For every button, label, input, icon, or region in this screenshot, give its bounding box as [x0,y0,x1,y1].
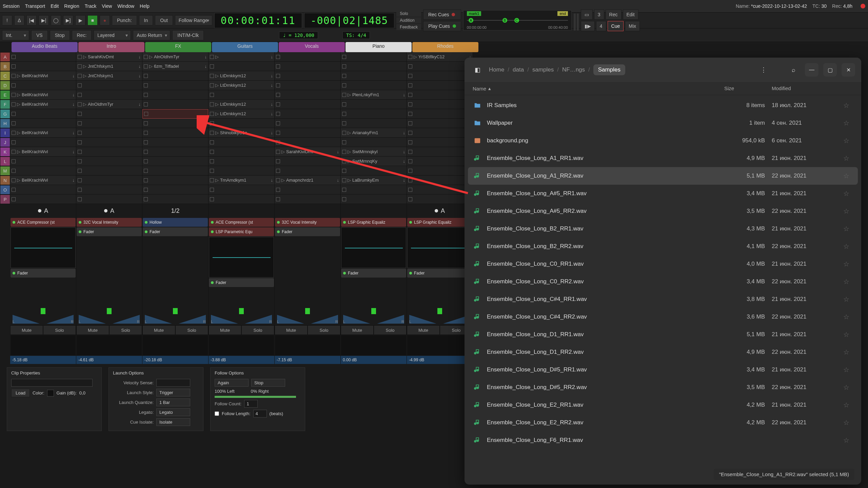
file-row[interactable]: Ensemble_Close_Long_E2_RR2.wav4,2 MB22 и… [468,414,858,431]
cue-slot-3-3[interactable]: ▷LtDrnkkym12↓ [209,81,274,90]
cue-slot-2-13[interactable] [142,176,208,185]
cue-slot-3-9[interactable] [209,138,274,147]
mute-button[interactable]: Mute [76,325,109,335]
file-row[interactable]: Ensemble_Close_Long_B2_RR2.wav4,1 MB22 и… [468,238,858,255]
cue-slot-3-2[interactable]: ▷LtDrnkkym12↓ [209,71,274,81]
mute-button[interactable]: Mute [142,325,175,335]
cue-slot-4-2[interactable] [275,71,340,81]
star-icon[interactable]: ☆ [840,154,853,162]
cue-slot-3-10[interactable] [209,147,274,157]
solo-button[interactable]: Solo [175,325,208,335]
col-modified[interactable]: Modified [772,85,840,92]
track-header-2[interactable]: FX [145,42,211,52]
fader-db[interactable]: -5.18 dB [10,356,76,364]
fader-db[interactable]: -20.18 dB [142,356,208,364]
solo-button[interactable]: Solo [308,325,340,335]
cue-slot-6-12[interactable] [407,166,473,176]
panner[interactable]: LR [11,308,76,325]
crumb-current[interactable]: Samples [593,64,625,75]
cue-slot-4-11[interactable] [275,157,340,166]
marker-end[interactable]: end [557,11,568,16]
play-range-button[interactable]: ▶] [63,15,73,25]
sidebar-toggle-icon[interactable]: ◧ [471,63,484,77]
file-row[interactable]: Ensemble_Close_Long_D#5_RR2.wav3,5 MB22 … [468,379,858,396]
cue-slot-2-10[interactable] [142,147,208,157]
cue-slot-1-2[interactable]: ▷JntChfskym1↓ [76,71,142,81]
cue-row-M[interactable]: M [0,166,10,176]
cue-slot-6-5[interactable] [407,100,473,109]
cue-slot-0-1[interactable] [10,62,76,71]
cue-slot-5-8[interactable]: ▷ArianakyFm1↓ [341,128,407,138]
star-icon[interactable]: ☆ [840,225,853,233]
cue-slot-5-10[interactable]: ▷SwtMrnnqkyI↓ [341,147,407,157]
cue-slot-4-6[interactable] [275,109,340,119]
cue-slot-5-15[interactable] [341,195,407,204]
mute-button[interactable]: Mute [407,325,440,335]
plugin-slot[interactable]: Fader [143,227,208,236]
cue-slot-5-7[interactable] [341,119,407,128]
goto-start-button[interactable]: |◀ [26,15,37,25]
star-icon[interactable]: ☆ [840,172,853,180]
cue-slot-1-15[interactable] [76,195,142,204]
track-header-5[interactable]: Piano [346,42,412,52]
audition-button[interactable]: Audition [396,17,421,23]
cue-slot-0-6[interactable] [10,109,76,119]
cue-tab-button[interactable]: Cue [608,21,624,31]
file-row[interactable]: Ensemble_Close_Long_A#5_RR1.wav3,4 MB21 … [468,185,858,202]
follow-3[interactable] [209,204,275,218]
plugin-slot[interactable]: Fader [11,269,76,278]
cue-slot-4-5[interactable] [275,100,340,109]
mix-tab-button[interactable]: Mix [625,21,640,31]
follow-2[interactable]: 1/2 [142,204,209,218]
cue-slot-4-8[interactable] [275,128,340,138]
cue-slot-1-12[interactable] [76,166,142,176]
layout-count-3[interactable]: 3 [594,9,604,20]
track-header-0[interactable]: Audio Beats [12,42,78,52]
cue-slot-6-9[interactable] [407,138,473,147]
file-row[interactable]: Ensemble_Close_Long_C#4_RR1.wav3,8 MB21 … [468,290,858,308]
plugin-slot[interactable]: Fader [209,278,274,287]
cue-slot-6-14[interactable] [407,185,473,195]
cue-slot-3-14[interactable] [209,185,274,195]
cue-slot-2-9[interactable] [142,138,208,147]
record-button[interactable]: ● [100,15,110,25]
file-row[interactable]: Ensemble_Close_Long_D#5_RR1.wav3,4 MB21 … [468,361,858,379]
menu-edit[interactable]: Edit [51,3,59,9]
layout-count-4[interactable]: 4 [596,21,606,31]
layout-btn-2[interactable]: ▮▶ [581,21,595,31]
legato-select[interactable]: Legato [156,408,190,416]
menu-help[interactable]: Help [140,3,150,9]
cue-slot-2-12[interactable] [142,166,208,176]
cue-slot-2-7[interactable] [142,119,208,128]
plugin-slot[interactable]: LSP Graphic Equaliz [341,218,406,227]
clip-name-input[interactable] [11,379,93,387]
follow-range-select[interactable]: Follow Range [175,15,212,25]
cue-slot-5-1[interactable] [341,62,407,71]
plugin-slot[interactable]: Hollow [143,218,208,227]
cue-slot-1-1[interactable]: ▷JntChfskym1↓ [76,62,142,71]
follow-length-check[interactable] [215,411,219,416]
timesig-display[interactable]: TS: 4/4 [342,32,370,39]
mute-button[interactable]: Mute [341,325,374,335]
cue-slot-4-0[interactable] [275,52,340,62]
menu-icon[interactable]: ⋮ [757,63,770,77]
file-row[interactable]: Ensemble_Close_Long_A#5_RR2.wav3,5 MB22 … [468,202,858,220]
cue-slot-6-1[interactable] [407,62,473,71]
cue-row-L[interactable]: L [0,157,10,166]
file-row[interactable]: Ensemble_Close_Long_E2_RR1.wav4,2 MB21 и… [468,396,858,414]
star-icon[interactable]: ☆ [840,295,853,303]
cue-slot-6-7[interactable] [407,119,473,128]
star-icon[interactable]: ☆ [840,242,853,250]
menu-region[interactable]: Region [64,3,79,9]
plugin-slot[interactable]: LSP Parametric Equ [209,227,274,236]
cue-slot-0-9[interactable] [10,138,76,147]
crumb-home[interactable]: Home [489,66,504,73]
cue-slot-3-12[interactable] [209,166,274,176]
layout-btn-1[interactable]: ▭ [581,9,593,20]
cue-slot-1-5[interactable]: ▷AlnOldhmTyr↓ [76,100,142,109]
cue-slot-6-4[interactable] [407,90,473,100]
launch-quantize-select[interactable]: 1 Bar [156,399,190,406]
cue-slot-6-8[interactable] [407,128,473,138]
mute-button[interactable]: Mute [275,325,308,335]
menu-view[interactable]: View [102,3,112,9]
